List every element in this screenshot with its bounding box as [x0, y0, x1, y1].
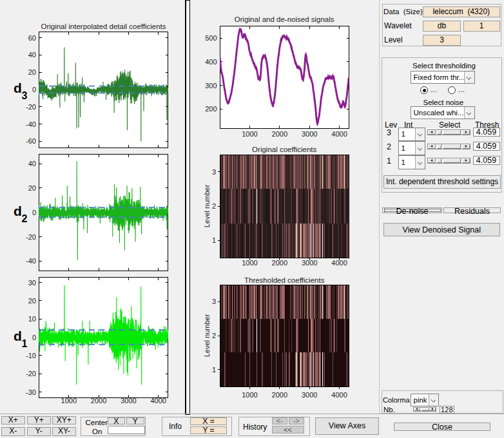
svg-text:1000: 1000	[61, 397, 77, 405]
svg-text:-30: -30	[26, 388, 36, 396]
svg-text:4000: 4000	[150, 397, 166, 405]
svg-text:3: 3	[212, 298, 216, 305]
svg-text:500: 500	[205, 34, 217, 42]
svg-text:1: 1	[22, 338, 28, 349]
svg-text:d: d	[14, 328, 22, 343]
svg-text:Original and de-noised signals: Original and de-noised signals	[235, 15, 334, 23]
svg-text:10: 10	[28, 315, 36, 323]
svg-text:2: 2	[22, 213, 28, 224]
svg-text:1000: 1000	[242, 130, 257, 138]
svg-text:4000: 4000	[331, 130, 347, 138]
svg-text:Level number: Level number	[203, 314, 211, 357]
svg-text:3000: 3000	[302, 391, 317, 399]
svg-text:2: 2	[212, 202, 216, 210]
svg-text:3: 3	[22, 90, 28, 101]
svg-text:-40: -40	[26, 120, 36, 128]
svg-text:40: 40	[28, 160, 36, 167]
svg-text:2000: 2000	[272, 259, 287, 267]
svg-text:0: 0	[32, 334, 36, 341]
svg-text:40: 40	[28, 51, 36, 59]
svg-text:2000: 2000	[272, 130, 287, 138]
svg-text:20: 20	[28, 297, 36, 305]
svg-text:d: d	[14, 81, 22, 95]
svg-text:300: 300	[205, 82, 217, 90]
svg-text:Original coefficients: Original coefficients	[252, 146, 316, 153]
svg-text:3000: 3000	[302, 130, 317, 138]
svg-text:2000: 2000	[91, 397, 106, 405]
svg-text:2: 2	[212, 332, 216, 339]
svg-text:0: 0	[32, 209, 36, 216]
svg-text:3000: 3000	[121, 397, 136, 405]
svg-text:20: 20	[28, 68, 36, 76]
svg-text:20: 20	[28, 184, 36, 192]
svg-text:-20: -20	[26, 233, 36, 241]
svg-text:4000: 4000	[331, 259, 347, 267]
svg-text:-40: -40	[26, 257, 36, 265]
svg-text:3000: 3000	[302, 259, 317, 267]
svg-text:-10: -10	[26, 352, 36, 359]
svg-text:200: 200	[205, 105, 217, 113]
svg-text:1000: 1000	[242, 259, 257, 267]
svg-text:Thresholded coefficients: Thresholded coefficients	[244, 276, 325, 284]
svg-text:d: d	[14, 204, 22, 218]
svg-text:1: 1	[212, 236, 216, 244]
svg-text:60: 60	[28, 34, 36, 42]
svg-text:1000: 1000	[242, 391, 257, 399]
svg-text:1: 1	[212, 366, 216, 374]
svg-text:2000: 2000	[272, 391, 287, 399]
svg-text:0: 0	[32, 86, 36, 93]
svg-text:Level number: Level number	[203, 184, 211, 227]
svg-text:-20: -20	[26, 370, 36, 377]
svg-text:-20: -20	[26, 103, 36, 111]
svg-text:400: 400	[205, 58, 217, 66]
svg-text:3: 3	[212, 168, 216, 176]
svg-text:-60: -60	[26, 137, 36, 145]
svg-text:Original interpolated detail c: Original interpolated detail coefficient…	[41, 23, 166, 30]
svg-text:30: 30	[28, 279, 36, 287]
svg-text:4000: 4000	[331, 391, 347, 399]
